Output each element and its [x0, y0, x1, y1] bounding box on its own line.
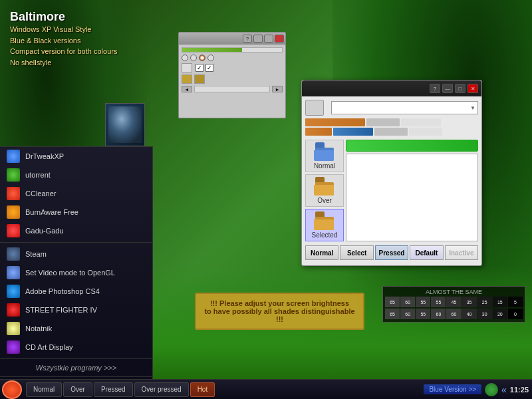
preview-radio1[interactable]	[182, 55, 188, 61]
states-panel: Normal Over	[305, 140, 478, 241]
preview-progress-fill	[182, 48, 242, 52]
shade-cell-1-1: 65	[385, 297, 400, 307]
menu-item-steam[interactable]: Steam	[0, 245, 152, 263]
all-programs-btn[interactable]: Wszystkie programy >>>	[0, 361, 152, 374]
color-bar-light2	[409, 128, 442, 136]
menu-item-utorrent[interactable]: utorrent	[0, 166, 152, 184]
shade-cell-1-3: 55	[416, 297, 430, 307]
info-box: Baltimore Windows XP Visual Style Blue &…	[10, 10, 117, 68]
preview-icon3	[194, 74, 205, 84]
menu-item-ccleaner[interactable]: CCleaner	[0, 184, 152, 203]
menu-item-notatnik[interactable]: Notatnik	[0, 319, 152, 338]
menu-item-gadu[interactable]: Gadu-Gadu	[0, 221, 152, 240]
preview-check1[interactable]: ✓	[196, 64, 203, 72]
burnaware-icon	[7, 205, 20, 219]
version-badge[interactable]: Blue Version >>	[424, 384, 481, 394]
progress-bar-green	[346, 140, 478, 152]
opengl-icon	[7, 266, 20, 279]
menu-item-burnaware[interactable]: BurnAware Free	[0, 203, 152, 221]
shade-cell-1-7: 25	[477, 297, 492, 307]
shade-cell-2-1: 65	[385, 309, 400, 319]
shade-cell-2-2: 60	[400, 309, 415, 319]
cd-icon	[7, 340, 20, 354]
avatar-image	[108, 106, 142, 143]
settings-toolbar: ▼	[305, 100, 478, 116]
menu-separator1	[0, 242, 152, 243]
state-normal[interactable]: Normal	[305, 140, 344, 172]
color-bar-blue1	[333, 128, 373, 136]
menu-item-photoshop[interactable]: Adobe Photoshop CS4	[0, 282, 152, 301]
state-btn-pressed[interactable]: Pressed	[375, 245, 408, 260]
state-buttons: Normal Select Pressed Default Inactive	[305, 245, 478, 260]
menu-item-cd[interactable]: CD Art Display	[0, 338, 152, 356]
preview-max-btn[interactable]	[264, 35, 273, 43]
preview-radio4[interactable]	[207, 55, 214, 61]
tray-icon[interactable]	[485, 383, 498, 396]
state-selected[interactable]: Selected	[305, 209, 344, 241]
utorrent-icon	[7, 168, 20, 182]
shade-cell-1-6: 35	[462, 297, 477, 307]
shade-cell-2-9: 0	[508, 309, 523, 319]
taskbar-item-pressed[interactable]: Pressed	[94, 382, 133, 397]
settings-max-btn[interactable]: □	[455, 84, 466, 93]
menu-item-opengl[interactable]: Set Video mode to OpenGL	[0, 263, 152, 282]
preview-radio2[interactable]	[190, 55, 197, 61]
color-bar-orange1	[305, 118, 365, 126]
avatar	[105, 103, 145, 146]
preview-close-btn[interactable]	[275, 35, 284, 43]
preview-radio3-active[interactable]	[199, 55, 205, 61]
info-line2: Blue & Black versions	[10, 35, 117, 47]
start-button[interactable]	[2, 380, 22, 399]
shade-row1: 65 60 55 55 45 35 25 15 5	[385, 297, 523, 307]
taskbar-items: Normal Over Pressed Over pressed Hot	[24, 382, 424, 397]
text-area[interactable]	[346, 154, 478, 241]
preview-min-btn[interactable]	[253, 35, 263, 43]
shade-row2: 65 60 55 60 60 40 30 20 0	[385, 309, 523, 319]
settings-help-btn[interactable]: ?	[430, 84, 440, 93]
preview-arrow-left[interactable]: ◄	[182, 86, 192, 92]
info-line3: Compact version for both colours	[10, 46, 117, 57]
gadu-icon	[7, 224, 20, 237]
settings-body: ▼	[302, 96, 481, 263]
taskbar-item-over-pressed[interactable]: Over pressed	[134, 382, 189, 397]
shade-reference: ALMOST THE SAME 65 60 55 55 45 35 25 15 …	[382, 286, 525, 323]
color-bar-row2	[305, 128, 478, 136]
preview-check2[interactable]: ✓	[205, 64, 213, 72]
color-bar-light1	[401, 118, 441, 126]
menu-separator2	[0, 358, 152, 359]
settings-dropdown[interactable]: ▼	[331, 101, 478, 114]
taskbar: Normal Over Pressed Over pressed Hot Blu…	[0, 379, 532, 399]
shade-ref-title: ALMOST THE SAME	[385, 289, 523, 295]
taskbar-item-over[interactable]: Over	[63, 382, 92, 397]
state-btn-default[interactable]: Default	[410, 245, 443, 260]
tray-nav-left[interactable]: «	[501, 384, 507, 395]
settings-min-btn[interactable]: —	[442, 84, 453, 93]
menu-item-drtweak[interactable]: DrTweakXP	[0, 147, 152, 166]
info-title: Baltimore	[10, 10, 117, 24]
state-btn-inactive[interactable]: Inactive	[445, 245, 478, 260]
preview-window: ? ✓ ✓ ◄ ►	[178, 32, 286, 118]
steam-icon	[7, 247, 20, 261]
color-bar-gray2	[374, 128, 408, 136]
taskbar-item-hot[interactable]: Hot	[190, 382, 215, 397]
color-bar-row1	[305, 118, 478, 126]
preview-arrow-right[interactable]: ►	[272, 86, 283, 92]
warning-banner: !!! Please adjust your screen brightness…	[195, 293, 364, 330]
menu-item-street[interactable]: STREET FIGHTER IV	[0, 301, 152, 319]
shade-cell-2-4: 60	[431, 309, 446, 319]
preview-icon1	[182, 63, 192, 72]
state-selected-label: Selected	[312, 231, 338, 239]
preview-nav-row: ◄ ►	[182, 86, 283, 92]
state-btn-normal[interactable]: Normal	[305, 245, 338, 260]
preview-progress-row	[182, 47, 283, 53]
state-normal-label: Normal	[314, 162, 335, 170]
state-over[interactable]: Over	[305, 174, 344, 207]
preview-radio-row	[182, 55, 283, 61]
state-btn-select[interactable]: Select	[340, 245, 373, 260]
toolbar-btn1[interactable]	[305, 100, 324, 116]
shade-cell-1-4: 55	[431, 297, 446, 307]
settings-close-btn[interactable]: ✕	[467, 84, 478, 93]
preview-help-btn[interactable]: ?	[243, 35, 252, 43]
taskbar-item-normal[interactable]: Normal	[26, 382, 62, 397]
preview-titlebar: ?	[179, 33, 285, 45]
